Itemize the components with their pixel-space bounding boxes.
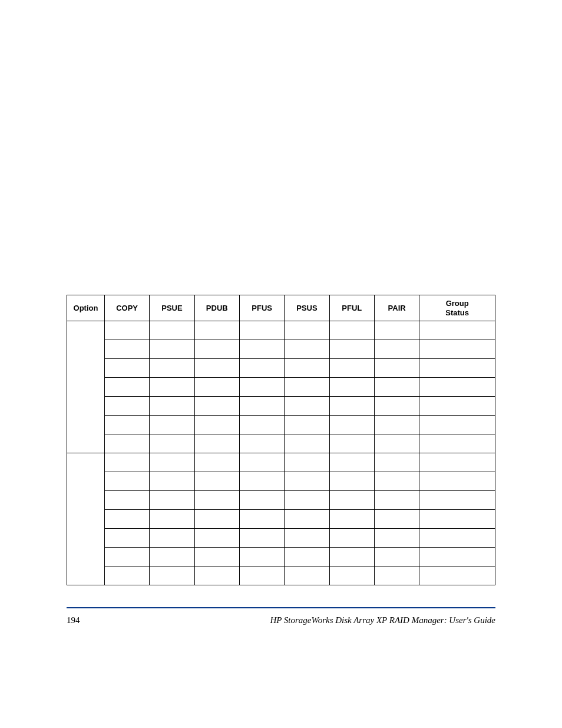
cell xyxy=(239,453,284,472)
cell xyxy=(419,548,495,566)
table-row xyxy=(67,453,495,472)
cell xyxy=(194,397,239,416)
cell xyxy=(374,321,419,340)
cell xyxy=(194,359,239,378)
cell xyxy=(150,416,194,434)
cell xyxy=(239,359,284,378)
cell xyxy=(374,416,419,434)
header-pfus: PFUS xyxy=(239,295,284,321)
cell xyxy=(194,416,239,434)
cell xyxy=(285,340,329,359)
cell xyxy=(150,359,194,378)
header-psus: PSUS xyxy=(285,295,329,321)
cell xyxy=(374,397,419,416)
cell xyxy=(150,397,194,416)
table-row xyxy=(67,529,495,548)
cell xyxy=(104,453,149,472)
footer-rule xyxy=(67,607,495,608)
cell xyxy=(374,340,419,359)
cell xyxy=(374,529,419,548)
cell xyxy=(150,472,194,491)
cell xyxy=(374,491,419,510)
cell xyxy=(150,340,194,359)
cell xyxy=(374,548,419,566)
cell xyxy=(194,321,239,340)
cell xyxy=(374,453,419,472)
status-table: Option COPY PSUE PDUB PFUS PSUS PFUL PAI… xyxy=(67,295,495,585)
cell-option xyxy=(67,321,105,453)
header-pful: PFUL xyxy=(329,295,374,321)
cell xyxy=(104,510,149,529)
cell xyxy=(104,434,149,453)
cell xyxy=(419,491,495,510)
cell xyxy=(419,453,495,472)
table-row xyxy=(67,359,495,378)
cell xyxy=(194,434,239,453)
cell xyxy=(150,566,194,585)
header-pair: PAIR xyxy=(374,295,419,321)
cell xyxy=(419,434,495,453)
cell xyxy=(239,378,284,397)
cell xyxy=(329,529,374,548)
doc-title: HP StorageWorks Disk Array XP RAID Manag… xyxy=(270,615,495,625)
cell xyxy=(285,434,329,453)
cell xyxy=(285,359,329,378)
cell xyxy=(419,321,495,340)
cell xyxy=(329,321,374,340)
cell-option xyxy=(67,453,105,585)
cell xyxy=(194,529,239,548)
cell xyxy=(419,472,495,491)
cell xyxy=(329,453,374,472)
cell xyxy=(104,416,149,434)
cell xyxy=(419,510,495,529)
cell xyxy=(419,378,495,397)
cell xyxy=(239,491,284,510)
table-row xyxy=(67,548,495,566)
content-area: Option COPY PSUE PDUB PFUS PSUS PFUL PAI… xyxy=(67,295,495,585)
table-row xyxy=(67,340,495,359)
cell xyxy=(104,491,149,510)
cell xyxy=(239,397,284,416)
cell xyxy=(329,434,374,453)
cell xyxy=(239,434,284,453)
cell xyxy=(194,548,239,566)
cell xyxy=(104,529,149,548)
table-row xyxy=(67,397,495,416)
page: Option COPY PSUE PDUB PFUS PSUS PFUL PAI… xyxy=(0,0,562,728)
cell xyxy=(419,397,495,416)
cell xyxy=(150,491,194,510)
table-row xyxy=(67,491,495,510)
cell xyxy=(194,340,239,359)
cell xyxy=(329,397,374,416)
header-psue: PSUE xyxy=(150,295,194,321)
cell xyxy=(194,566,239,585)
header-group-status-line1: Group xyxy=(446,299,469,308)
cell xyxy=(104,548,149,566)
cell xyxy=(329,472,374,491)
table-row xyxy=(67,472,495,491)
cell xyxy=(194,378,239,397)
cell xyxy=(419,340,495,359)
cell xyxy=(329,359,374,378)
cell xyxy=(239,548,284,566)
cell xyxy=(329,510,374,529)
cell xyxy=(374,510,419,529)
cell xyxy=(150,378,194,397)
table-row xyxy=(67,416,495,434)
cell xyxy=(104,359,149,378)
table-body xyxy=(67,321,495,585)
cell xyxy=(329,566,374,585)
cell xyxy=(285,566,329,585)
cell xyxy=(104,397,149,416)
cell xyxy=(150,434,194,453)
table-row xyxy=(67,434,495,453)
cell xyxy=(150,453,194,472)
header-group-status: GroupStatus xyxy=(419,295,495,321)
cell xyxy=(419,416,495,434)
cell xyxy=(285,491,329,510)
cell xyxy=(239,340,284,359)
cell xyxy=(239,566,284,585)
cell xyxy=(374,566,419,585)
cell xyxy=(329,378,374,397)
cell xyxy=(374,378,419,397)
